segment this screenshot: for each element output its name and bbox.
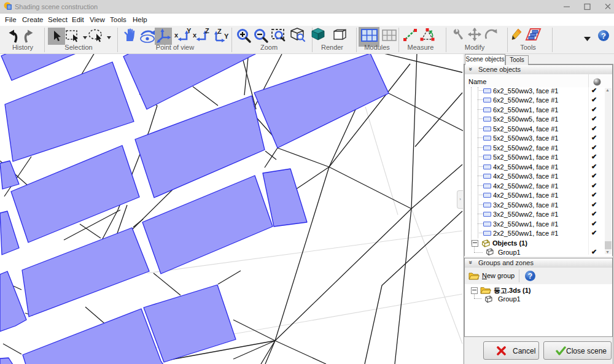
- svg-text:Y: Y: [187, 28, 192, 34]
- svg-text:?: ?: [528, 272, 532, 281]
- svg-text:Z: Z: [217, 28, 222, 35]
- svg-text:x: x: [193, 31, 197, 39]
- svg-text:Y: Y: [224, 33, 229, 40]
- svg-text:Z: Z: [205, 28, 209, 34]
- svg-text:?: ?: [601, 31, 606, 41]
- svg-text:x: x: [174, 31, 179, 39]
